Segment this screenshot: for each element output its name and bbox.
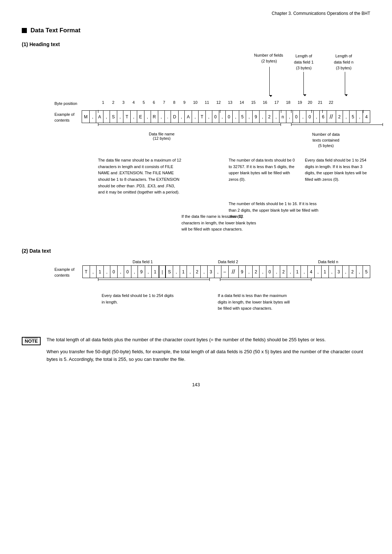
d-dslash: // — [228, 266, 238, 278]
d-1b: 1 — [152, 266, 159, 278]
grid-num-9: 9 — [179, 100, 189, 105]
cell-comma17: , — [313, 111, 320, 123]
d-cn2: , — [260, 266, 266, 278]
d-cn4: , — [287, 266, 294, 278]
d-2n3: 2 — [349, 266, 356, 278]
desc-num-texts: The number of data texts should be 0 to … — [229, 157, 298, 183]
d-0b: 0 — [124, 266, 131, 278]
cell-0b: 0 — [225, 111, 232, 123]
len-fieldn-annotation: Length of data field n (3 bytes) — [334, 53, 354, 71]
d-cn1: , — [246, 266, 252, 278]
desc-data-field-len: Every data field should be 1 to 254 digi… — [102, 293, 174, 305]
d-c1: , — [90, 266, 96, 278]
desc-file-name-short: If the data file name is less than 12 ch… — [181, 213, 261, 233]
cell-comma7: , — [178, 111, 185, 123]
d-c8: , — [201, 266, 207, 278]
cell-4: 4 — [363, 111, 370, 123]
grid-num-7: 7 — [159, 100, 169, 105]
d-cn5: , — [301, 266, 307, 278]
data-field1-label: Data field 1 — [98, 260, 187, 264]
cell-comma12: , — [246, 111, 253, 123]
data-fieldn-label: Data field n — [286, 260, 370, 264]
cell-9: 9 — [252, 111, 259, 123]
subsection1: (1) Heading text Number of fields (2 byt… — [22, 41, 370, 237]
cell-comma9: , — [205, 111, 212, 123]
d-cn7: , — [328, 266, 335, 278]
d-cn9: , — [356, 266, 363, 278]
d-cn8: , — [342, 266, 349, 278]
example-of-contents-label: Example of contents — [54, 110, 82, 123]
cell-comma8: , — [192, 111, 199, 123]
d-cn3: , — [273, 266, 280, 278]
page-header: Chapter 3. Communications Operations of … — [22, 11, 370, 16]
grid-num-16: 16 — [259, 100, 271, 105]
d-c4: , — [131, 266, 138, 278]
grid-num-17: 17 — [271, 100, 282, 105]
cell-T2: T — [199, 111, 206, 123]
note-label: NOTE — [22, 337, 41, 345]
grid-num-14: 14 — [236, 100, 248, 105]
cell-S: S — [110, 111, 117, 123]
d-2n2: 2 — [280, 266, 287, 278]
desc-every-field: Every data field should be 1 to 254 digi… — [305, 157, 374, 183]
num-data-texts-label: Number of datatexts contained(5 bytes) — [312, 132, 340, 148]
cell-T: T — [123, 111, 131, 123]
cell-6: 6 — [320, 111, 327, 123]
cell-comma3: , — [117, 111, 123, 123]
d-0n: 0 — [266, 266, 273, 278]
grid-num-4: 4 — [128, 100, 139, 105]
d-0a: 0 — [110, 266, 118, 278]
subsection2-title: (2) Data text — [22, 248, 370, 254]
cell-comma2: , — [103, 111, 110, 123]
d-cn6: , — [315, 266, 321, 278]
cell-comma11: , — [232, 111, 239, 123]
d-1: 1 — [97, 266, 104, 278]
cell-comma4: , — [131, 111, 137, 123]
desc-data-field-blank: If a data field is less than the maximum… — [218, 293, 290, 312]
cell-comma18: , — [343, 111, 350, 123]
d-9: 9 — [138, 266, 145, 278]
section-title: Data Text Format — [22, 27, 370, 34]
d-c2: , — [103, 266, 110, 278]
d-1n: 1 — [294, 266, 301, 278]
cell-E: E — [137, 111, 144, 123]
cell-0: 0 — [212, 111, 219, 123]
subsection2: (2) Data text Data field 1 Data field 2 … — [22, 248, 370, 329]
desc-file-name: The data file name should be a maximum o… — [98, 157, 181, 196]
grid-num-5: 5 — [139, 100, 149, 105]
d-2: 2 — [193, 266, 201, 278]
d-3n: 3 — [335, 266, 342, 278]
cell-R: R — [151, 111, 158, 123]
grid-num-19: 19 — [295, 100, 305, 105]
grid-num-22: 22 — [326, 100, 336, 105]
d-sep: | — [159, 266, 166, 278]
grid-num-8: 8 — [169, 100, 179, 105]
cell-comma1: , — [90, 111, 96, 123]
len-field1-annotation: Length of data field 1 (3 bytes) — [294, 53, 314, 71]
cell-comma13: , — [260, 111, 266, 123]
byte-position-label: Byte position — [54, 100, 98, 106]
cell-5b: 5 — [350, 111, 356, 123]
data-example-label: Example ofcontents — [54, 265, 82, 278]
grid-num-10: 10 — [189, 100, 201, 105]
d-c5: , — [145, 266, 151, 278]
grid-num-18: 18 — [282, 100, 294, 105]
cell-comma15: , — [286, 111, 293, 123]
cell-2: 2 — [266, 111, 273, 123]
d-S: S — [166, 266, 173, 278]
data-grid-table: T , 1 , 0 , 0 , 9 , 1 | S , 1 — [82, 265, 370, 278]
note-section: NOTE The total length of all data fields… — [22, 336, 370, 367]
cell-dslash: // — [327, 111, 336, 123]
grid-num-21: 21 — [315, 100, 325, 105]
cell-M: M — [82, 111, 90, 123]
num-fields-annotation: Number of fields — [254, 53, 283, 57]
cell-dot: . — [164, 111, 171, 123]
grid-num-6: 6 — [149, 100, 159, 105]
cell-0d: 0 — [306, 111, 313, 123]
data-field2-label: Data field 2 — [187, 260, 269, 264]
grid-num-13: 13 — [224, 100, 236, 105]
note-content: The total length of all data fields plus… — [46, 336, 370, 367]
d-1n2: 1 — [321, 266, 328, 278]
d-1c: 1 — [180, 266, 187, 278]
grid-num-11: 11 — [201, 100, 213, 105]
